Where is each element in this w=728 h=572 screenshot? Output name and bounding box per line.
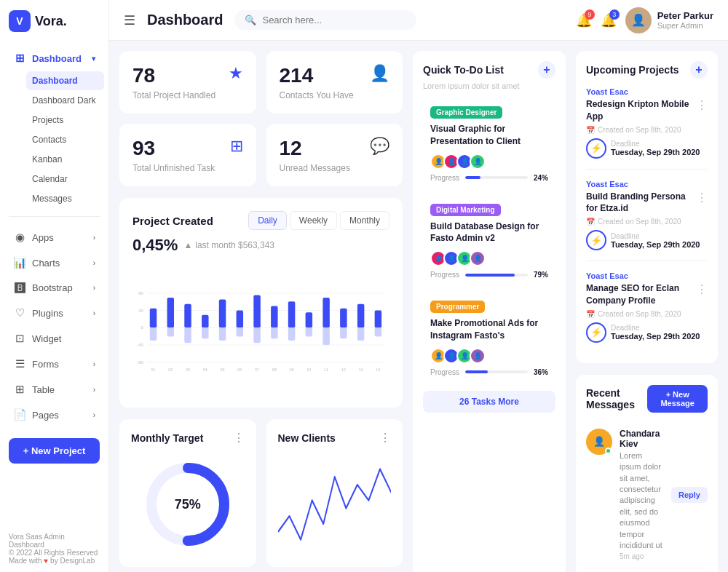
charts-icon: 📊 <box>13 256 26 269</box>
svg-rect-11 <box>150 327 157 341</box>
dashboard-icon: ⊞ <box>13 52 26 65</box>
new-message-button[interactable]: + New Message <box>647 385 708 413</box>
svg-rect-20 <box>237 311 244 328</box>
svg-text:80: 80 <box>138 290 143 295</box>
user-name: Peter Parkur <box>657 10 713 21</box>
chart-title: Project Created <box>132 215 213 227</box>
svg-rect-13 <box>167 327 175 336</box>
svg-text:11: 11 <box>324 368 328 372</box>
add-project-button[interactable]: + <box>690 61 708 79</box>
project-item: Yoast Esac Redesign Kripton Mobile App ⋮… <box>586 87 708 170</box>
sidebar-label: Contacts <box>32 135 66 145</box>
svg-rect-14 <box>184 304 191 328</box>
svg-rect-34 <box>357 304 365 328</box>
user-menu[interactable]: 👤 Peter Parkur Super Admin <box>625 7 713 33</box>
progress-label: Progress <box>430 271 459 279</box>
messages-title: Recent Messages <box>586 387 647 410</box>
project-name: Redesign Kripton Mobile App <box>586 98 696 123</box>
project-dots[interactable]: ⋮ <box>696 98 708 112</box>
grid-icon: ⊞ <box>230 137 243 156</box>
reply-button[interactable]: Reply <box>671 487 708 503</box>
project-dots[interactable]: ⋮ <box>696 282 708 296</box>
logo: V Vora. <box>0 0 108 42</box>
sidebar-item-pages[interactable]: 📄 Pages › <box>4 402 104 427</box>
project-deadline: ⚡ Deadline Tuesday, Sep 29th 2020 <box>586 230 708 250</box>
stat-label-projects: Total Project Handled <box>132 90 243 100</box>
sidebar-item-forms[interactable]: ☰ Forms › <box>4 351 104 376</box>
progress-label: Progress <box>430 368 459 376</box>
svg-text:02: 02 <box>168 368 173 372</box>
content-area: ★ 78 Total Project Handled 👤 214 Contact… <box>109 41 728 572</box>
tab-weekly[interactable]: Weekly <box>290 211 337 230</box>
progress-label: Progress <box>430 174 459 182</box>
todo-progress-row: Progress 36% <box>430 368 548 376</box>
more-tasks-button[interactable]: 26 Tasks More <box>423 391 555 413</box>
sidebar-item-dashboard-main[interactable]: Dashboard <box>26 71 104 90</box>
tab-daily[interactable]: Daily <box>248 211 287 230</box>
chevron-icon: › <box>93 259 95 267</box>
sidebar-label-pages: Pages <box>32 410 59 421</box>
chevron-icon: ▾ <box>92 55 95 63</box>
project-dots[interactable]: ⋮ <box>696 191 708 204</box>
sidebar-item-dashboard[interactable]: ⊞ Dashboard ▾ <box>4 46 104 71</box>
sidebar-section-main: ⊞ Dashboard ▾ Dashboard Dashboard Dark P… <box>0 42 108 212</box>
svg-rect-25 <box>271 327 278 338</box>
svg-rect-26 <box>288 301 296 327</box>
stat-value-tasks: 93 <box>132 137 243 160</box>
sidebar-item-plugins[interactable]: ♡ Plugins › <box>4 301 104 325</box>
todo-badge-programmer: Programmer <box>430 301 485 313</box>
sidebar-item-messages[interactable]: Messages <box>26 189 104 208</box>
svg-rect-12 <box>167 298 175 327</box>
sidebar-item-bootstrap[interactable]: 🅱 Bootstrap › <box>4 276 104 300</box>
sidebar-item-widget[interactable]: ⊡ Widget <box>4 326 104 351</box>
svg-text:12: 12 <box>341 368 346 372</box>
chevron-icon: › <box>93 284 95 292</box>
logo-text: Vora. <box>35 14 67 29</box>
deadline-info: Deadline Tuesday, Sep 29th 2020 <box>611 324 700 341</box>
notification-bell1[interactable]: 🔔 9 <box>576 12 592 28</box>
sidebar-item-calendar[interactable]: Calendar <box>26 170 104 188</box>
new-clients-menu[interactable]: ⋮ <box>379 431 391 445</box>
deadline-icon: ⚡ <box>586 138 606 159</box>
apps-icon: ◉ <box>13 231 26 244</box>
page-title: Dashboard <box>147 12 223 28</box>
sidebar-item-dashboard-dark[interactable]: Dashboard Dark <box>26 91 104 110</box>
project-user: Yoast Esac <box>586 87 708 96</box>
menu-icon[interactable]: ☰ <box>124 12 135 28</box>
svg-text:04: 04 <box>203 368 207 372</box>
sidebar-item-projects[interactable]: Projects <box>26 111 104 130</box>
new-clients-header: New Clients ⋮ <box>278 431 392 445</box>
progress-fill <box>465 176 480 179</box>
stat-cards: ★ 78 Total Project Handled 👤 214 Contact… <box>119 51 403 186</box>
donut-label: 75% <box>175 497 201 512</box>
monthly-target-menu[interactable]: ⋮ <box>233 431 245 445</box>
progress-pct: 79% <box>534 271 548 279</box>
pages-icon: 📄 <box>13 408 26 421</box>
monthly-target-card: Monthly Target ⋮ 75% <box>119 419 256 567</box>
search-input[interactable] <box>262 15 406 25</box>
svg-rect-33 <box>340 327 347 338</box>
new-project-button[interactable]: + New Project <box>9 438 100 464</box>
progress-pct: 24% <box>534 174 548 182</box>
todo-section: Quick To-Do List + Lorem ipsum dolor sit… <box>413 51 566 572</box>
tab-monthly[interactable]: Monthly <box>340 211 389 230</box>
chevron-icon: › <box>93 386 95 394</box>
sidebar-item-table[interactable]: ⊞ Table › <box>4 377 104 402</box>
search-bar[interactable]: 🔍 <box>234 10 416 30</box>
svg-text:-80: -80 <box>137 360 143 365</box>
todo-item-title: Build Database Design for Fasto Admin v2 <box>430 221 548 245</box>
main-layout: ☰ Dashboard 🔍 🔔 9 🔔 3 👤 Peter Parkur Sup… <box>109 0 728 572</box>
sidebar-item-apps[interactable]: ◉ Apps › <box>4 225 104 250</box>
svg-rect-29 <box>306 327 313 336</box>
right-column: Upcoming Projects + Yoast Esac Redesign … <box>576 51 718 572</box>
notif-badge2: 3 <box>609 9 620 20</box>
trend-arrow: ▲ <box>183 240 192 250</box>
add-todo-button[interactable]: + <box>538 61 555 79</box>
sidebar-item-kanban[interactable]: Kanban <box>26 150 104 169</box>
sidebar-divider <box>9 216 100 217</box>
sidebar-item-charts[interactable]: 📊 Charts › <box>4 250 104 275</box>
sidebar-label: Messages <box>32 194 72 204</box>
project-name-row: Manage SEO for Eclan Company Profile ⋮ <box>586 282 708 307</box>
notification-bell2[interactable]: 🔔 3 <box>601 12 617 28</box>
sidebar-item-contacts[interactable]: Contacts <box>26 130 104 149</box>
